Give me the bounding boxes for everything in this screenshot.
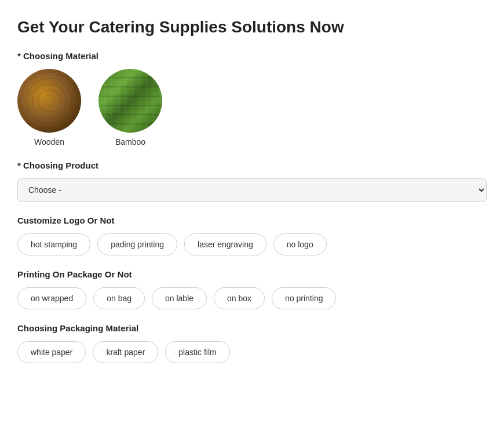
logo-option-no-logo[interactable]: no logo xyxy=(273,233,327,255)
material-label-bamboo: Bamboo xyxy=(115,137,145,147)
printing-options: on wrapped on bag on lable on box no pri… xyxy=(17,287,487,309)
logo-option-pading-printing[interactable]: pading printing xyxy=(97,233,177,255)
printing-option-on-wrapped[interactable]: on wrapped xyxy=(17,287,86,309)
product-section: * Choosing Product Choose - xyxy=(17,160,487,202)
packaging-option-white-paper[interactable]: white paper xyxy=(17,341,86,363)
material-section-label: * Choosing Material xyxy=(17,51,487,61)
logo-section-label: Customize Logo Or Not xyxy=(17,215,487,225)
product-section-label: * Choosing Product xyxy=(17,160,487,170)
product-select[interactable]: Choose - xyxy=(17,178,487,202)
material-options: Wooden Bamboo xyxy=(17,69,487,147)
material-image-bamboo xyxy=(98,69,162,133)
material-label-wooden: Wooden xyxy=(34,137,64,147)
logo-section: Customize Logo Or Not hot stamping padin… xyxy=(17,215,487,255)
printing-option-on-bag[interactable]: on bag xyxy=(93,287,145,309)
packaging-option-plastic-film[interactable]: plastic film xyxy=(165,341,229,363)
material-item-bamboo[interactable]: Bamboo xyxy=(98,69,162,147)
material-image-wooden xyxy=(17,69,81,133)
printing-option-no-printing[interactable]: no printing xyxy=(272,287,336,309)
logo-option-hot-stamping[interactable]: hot stamping xyxy=(17,233,90,255)
page-title: Get Your Catering Supplies Solutions Now xyxy=(17,17,487,37)
packaging-section: Choosing Packaging Material white paper … xyxy=(17,323,487,363)
logo-options: hot stamping pading printing laser engra… xyxy=(17,233,487,255)
packaging-options: white paper kraft paper plastic film xyxy=(17,341,487,363)
logo-option-laser-engraving[interactable]: laser engraving xyxy=(184,233,266,255)
printing-section: Printing On Package Or Not on wrapped on… xyxy=(17,269,487,309)
packaging-section-label: Choosing Packaging Material xyxy=(17,323,487,333)
material-item-wooden[interactable]: Wooden xyxy=(17,69,81,147)
printing-option-on-box[interactable]: on box xyxy=(214,287,265,309)
printing-option-on-lable[interactable]: on lable xyxy=(152,287,207,309)
material-section: * Choosing Material Wooden Bamboo xyxy=(17,51,487,147)
packaging-option-kraft-paper[interactable]: kraft paper xyxy=(93,341,158,363)
printing-section-label: Printing On Package Or Not xyxy=(17,269,487,279)
